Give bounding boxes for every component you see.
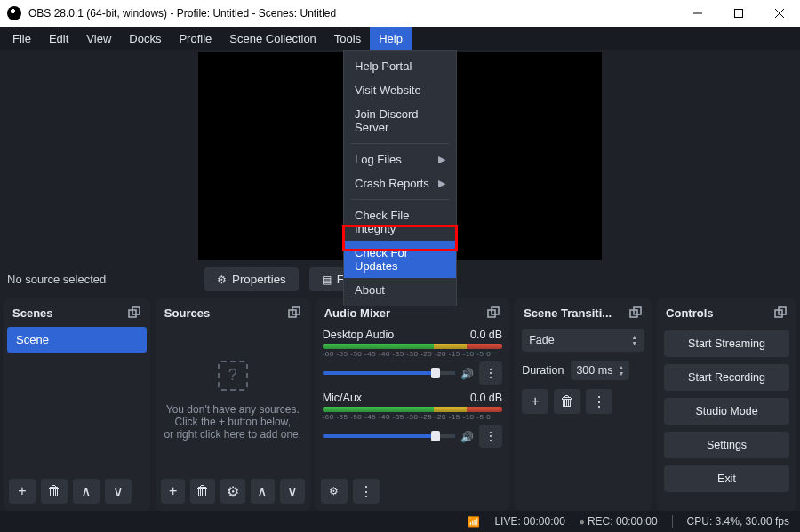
statusbar: LIVE: 00:00:00 REC: 00:00:00 CPU: 3.4%, … [0, 511, 800, 532]
scenes-title: Scenes [12, 306, 53, 320]
popout-icon[interactable] [628, 306, 643, 320]
scenes-panel: Scenes Scene + 🗑 ∧ ∨ [4, 298, 150, 511]
sources-empty-state[interactable]: ? You don't have any sources. Click the … [156, 327, 310, 473]
start-streaming-button[interactable]: Start Streaming [664, 330, 789, 357]
transition-menu-button[interactable]: ⋮ [586, 389, 612, 414]
audio-meter [323, 344, 502, 349]
remove-transition-button[interactable]: 🗑 [554, 389, 580, 414]
gear-icon [217, 273, 227, 286]
transitions-panel: Scene Transiti... Fade ▲▼ Duration 300 m… [515, 298, 652, 511]
sources-empty-line2: Click the + button below, [175, 416, 291, 428]
channel-db: 0.0 dB [470, 329, 502, 341]
status-live: LIVE: 00:00:00 [494, 515, 564, 528]
menu-tools[interactable]: Tools [325, 27, 370, 50]
audio-meter [323, 407, 502, 412]
start-recording-button[interactable]: Start Recording [664, 364, 789, 391]
help-check-integrity[interactable]: Check File Integrity [344, 203, 456, 241]
mixer-menu-button[interactable]: ⋮ [353, 479, 380, 504]
menu-scene-collection[interactable]: Scene Collection [220, 27, 325, 50]
volume-slider[interactable] [323, 371, 455, 375]
no-source-label: No source selected [7, 273, 194, 286]
popout-icon[interactable] [287, 306, 301, 320]
menu-view[interactable]: View [77, 27, 120, 50]
properties-button[interactable]: Properties [204, 267, 299, 291]
duration-input[interactable]: 300 ms ▲▼ [571, 361, 629, 380]
settings-button[interactable]: Settings [664, 432, 789, 458]
add-scene-button[interactable]: + [9, 479, 36, 504]
trash-icon: 🗑 [47, 483, 61, 499]
add-source-button[interactable]: + [161, 479, 186, 504]
menu-help[interactable]: Help [370, 27, 412, 50]
help-log-files[interactable]: Log Files▶ [344, 147, 456, 171]
help-portal[interactable]: Help Portal [344, 54, 456, 78]
trash-icon: 🗑 [560, 393, 574, 409]
window-title: OBS 28.0.1 (64-bit, windows) - Profile: … [28, 7, 677, 20]
studio-mode-button[interactable]: Studio Mode [664, 398, 789, 425]
sources-panel: Sources ? You don't have any sources. Cl… [156, 298, 310, 511]
mixer-channel-desktop: Desktop Audio0.0 dB -60 -55 -50 -45 -40 … [323, 329, 502, 385]
menubar: File Edit View Docks Profile Scene Colle… [0, 27, 800, 50]
transition-select[interactable]: Fade ▲▼ [522, 329, 644, 352]
question-icon: ? [218, 361, 248, 391]
channel-menu-button[interactable]: ⋮ [479, 361, 502, 385]
add-transition-button[interactable]: + [522, 389, 548, 414]
move-source-up-button[interactable]: ∧ [251, 479, 276, 504]
duration-label: Duration [522, 364, 564, 377]
menu-docks[interactable]: Docks [120, 27, 170, 50]
sources-empty-line3: or right click here to add one. [164, 428, 301, 441]
sources-title: Sources [164, 306, 210, 320]
menu-edit[interactable]: Edit [40, 27, 77, 50]
dock-panels: Scenes Scene + 🗑 ∧ ∨ Sources ? You don't… [0, 298, 800, 511]
mixer-title: Audio Mixer [324, 306, 390, 320]
separator [672, 515, 673, 528]
scene-item[interactable]: Scene [7, 327, 147, 353]
remove-scene-button[interactable]: 🗑 [41, 479, 68, 504]
meter-scale: -60 -55 -50 -45 -40 -35 -30 -25 -20 -15 … [323, 413, 502, 421]
exit-button[interactable]: Exit [664, 465, 789, 492]
network-icon [468, 515, 480, 528]
channel-name: Desktop Audio [323, 329, 395, 341]
gear-icon: ⚙ [329, 485, 339, 497]
status-cpu: CPU: 3.4%, 30.00 fps [687, 515, 789, 528]
help-check-updates[interactable]: Check For Updates [344, 241, 456, 278]
sources-empty-line1: You don't have any sources. [166, 403, 300, 416]
window-titlebar: OBS 28.0.1 (64-bit, windows) - Profile: … [0, 0, 800, 27]
minimize-button[interactable] [677, 0, 718, 27]
volume-slider[interactable] [323, 434, 455, 438]
mixer-channel-mic: Mic/Aux0.0 dB -60 -55 -50 -45 -40 -35 -3… [323, 392, 502, 448]
audio-mixer-panel: Audio Mixer Desktop Audio0.0 dB -60 -55 … [316, 298, 509, 511]
popout-icon[interactable] [486, 306, 500, 320]
status-rec: REC: 00:00:00 [588, 515, 658, 528]
help-discord[interactable]: Join Discord Server [344, 102, 456, 139]
popout-icon[interactable] [127, 306, 141, 320]
help-visit-website[interactable]: Visit Website [344, 78, 456, 102]
svg-rect-1 [735, 10, 743, 18]
channel-db: 0.0 dB [470, 392, 502, 404]
move-source-down-button[interactable]: ∨ [280, 479, 305, 504]
speaker-icon[interactable] [460, 430, 474, 443]
obs-logo-icon [7, 6, 21, 20]
popout-icon[interactable] [773, 306, 788, 320]
help-dropdown: Help Portal Visit Website Join Discord S… [343, 50, 457, 306]
transitions-title: Scene Transiti... [524, 306, 612, 320]
remove-source-button[interactable]: 🗑 [190, 479, 215, 504]
speaker-icon[interactable] [460, 367, 474, 380]
mixer-settings-button[interactable]: ⚙ [321, 479, 348, 504]
maximize-button[interactable] [718, 0, 759, 27]
menu-file[interactable]: File [4, 27, 40, 50]
move-scene-up-button[interactable]: ∧ [73, 479, 100, 504]
controls-title: Controls [666, 306, 713, 320]
source-settings-button[interactable]: ⚙ [220, 479, 245, 504]
channel-menu-button[interactable]: ⋮ [479, 425, 502, 448]
move-scene-down-button[interactable]: ∨ [105, 479, 132, 504]
help-crash-reports[interactable]: Crash Reports▶ [344, 171, 456, 195]
separator [351, 199, 449, 200]
chevron-right-icon: ▶ [438, 178, 445, 189]
help-about[interactable]: About [344, 278, 456, 302]
channel-name: Mic/Aux [323, 392, 362, 404]
close-button[interactable] [759, 0, 800, 27]
updown-icon: ▲▼ [631, 334, 637, 346]
meter-scale: -60 -55 -50 -45 -40 -35 -30 -25 -20 -15 … [323, 350, 502, 358]
menu-profile[interactable]: Profile [170, 27, 220, 50]
controls-panel: Controls Start Streaming Start Recording… [657, 298, 796, 511]
